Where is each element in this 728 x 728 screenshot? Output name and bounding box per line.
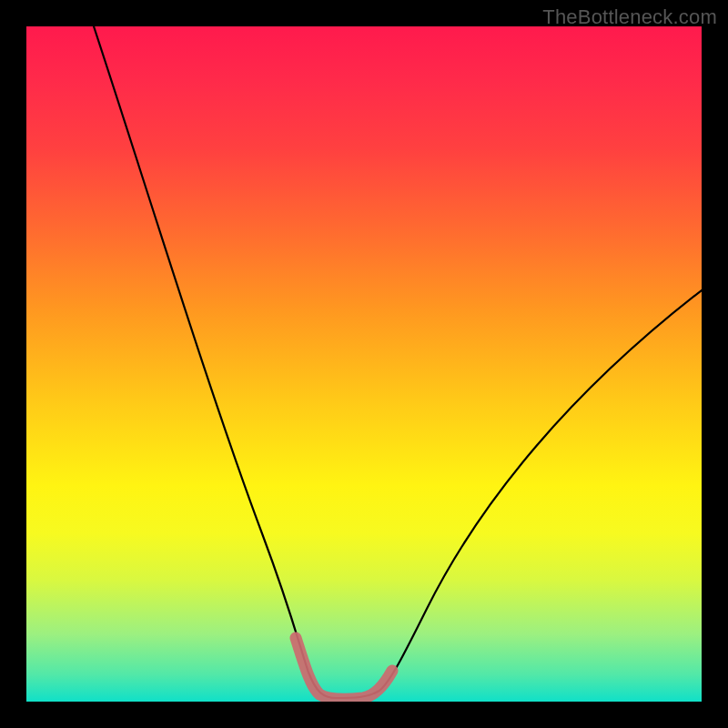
chart-plot-area xyxy=(26,26,702,702)
bottleneck-curve-svg xyxy=(26,26,702,702)
bottleneck-curve-path xyxy=(94,26,702,698)
highlight-segment xyxy=(296,638,392,699)
watermark-text: TheBottleneck.com xyxy=(542,5,717,29)
